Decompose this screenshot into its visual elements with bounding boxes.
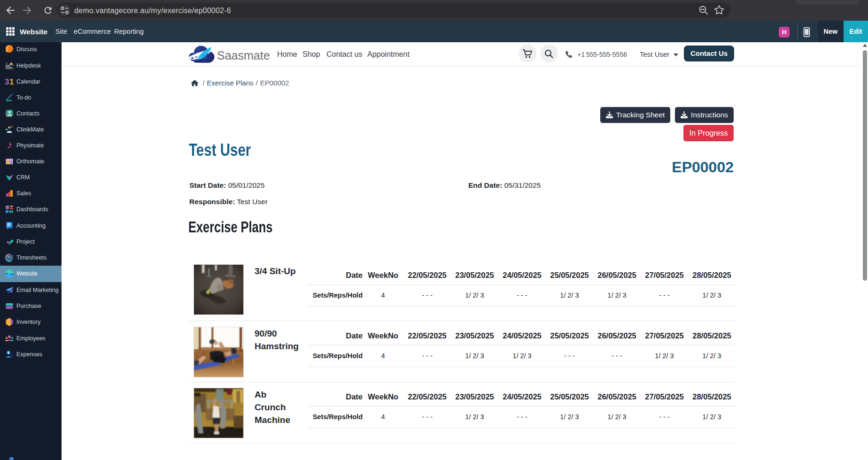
svg-text:1: 1 bbox=[9, 77, 14, 86]
svg-text:$: $ bbox=[8, 223, 10, 227]
svg-text:3: 3 bbox=[5, 77, 9, 86]
svg-text:$: $ bbox=[8, 351, 9, 355]
